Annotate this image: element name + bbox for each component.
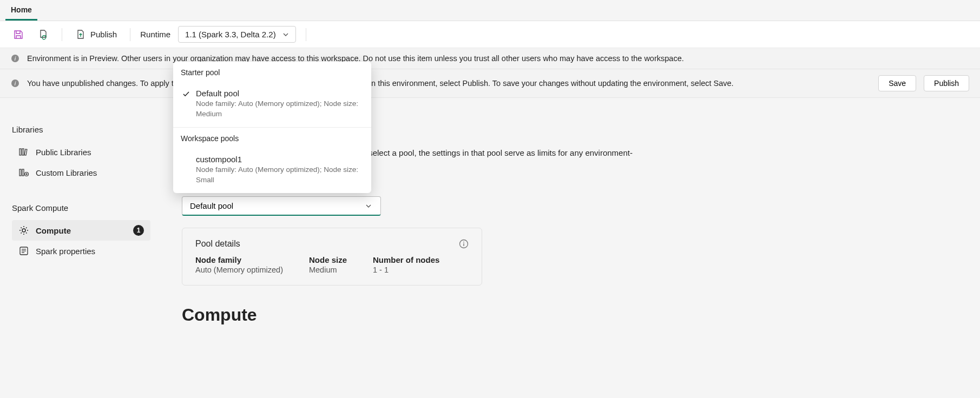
sidebar-section-spark-compute: Spark Compute [12, 203, 150, 213]
compute-section-heading: Compute [182, 305, 961, 325]
node-family-value: Auto (Memory optimized) [195, 266, 283, 274]
info-icon: i [11, 79, 19, 88]
runtime-label: Runtime [140, 30, 170, 39]
ribbon-tabs: Home [0, 0, 980, 21]
pool-details-title: Pool details [195, 239, 240, 249]
chevron-down-icon [282, 31, 289, 38]
toolbar: Publish Runtime 1.1 (Spark 3.3, Delta 2.… [0, 21, 980, 48]
info-icon: i [11, 54, 19, 63]
pool-details-card: Pool details Node family Auto (Memory op… [182, 228, 482, 286]
svg-rect-17 [463, 243, 464, 246]
dropdown-option-body: Default pool Node family: Auto (Memory o… [196, 89, 364, 120]
svg-rect-5 [22, 149, 24, 155]
publish-icon [75, 29, 86, 40]
compute-badge: 1 [133, 225, 144, 236]
unpublished-banner: i You have unpublished changes. To apply… [0, 69, 980, 98]
node-size-value: Medium [309, 266, 347, 274]
save-icon-button[interactable] [10, 27, 27, 42]
custom-libraries-icon [18, 167, 29, 178]
public-libraries-icon [18, 147, 29, 157]
publish-banner-button[interactable]: Publish [924, 75, 969, 91]
save-button[interactable]: Save [878, 75, 916, 91]
num-nodes-value: 1 - 1 [373, 266, 439, 274]
dropdown-option-custompool1[interactable]: custompool1 Node family: Auto (Memory op… [173, 149, 371, 193]
dropdown-group-workspace-pools: Workspace pools [173, 128, 371, 149]
separator [130, 28, 130, 41]
sidebar-item-custom-libraries[interactable]: Custom Libraries [12, 162, 150, 183]
dropdown-option-default-pool[interactable]: Default pool Node family: Auto (Memory o… [173, 83, 371, 128]
dropdown-group-starter-pool: Starter pool [173, 62, 371, 83]
pool-dropdown-menu: Starter pool Default pool Node family: A… [173, 62, 371, 193]
main-panel: uration Spark job definitions in this en… [162, 98, 980, 336]
node-size-label: Node size [309, 255, 347, 264]
sidebar-item-compute[interactable]: Compute 1 [12, 220, 150, 241]
unpublished-banner-text: You have unpublished changes. To apply t… [27, 79, 734, 88]
separator [62, 28, 62, 41]
pool-dropdown-wrapper: Starter pool Default pool Node family: A… [182, 196, 961, 216]
tab-home[interactable]: Home [5, 2, 37, 21]
separator [306, 28, 306, 41]
pool-details-title-row: Pool details [195, 239, 469, 249]
svg-point-16 [463, 241, 464, 242]
dropdown-option-subtitle: Node family: Auto (Memory optimized); No… [196, 165, 364, 185]
checkmark-placeholder [181, 155, 192, 185]
content-area: Libraries Public Libraries Custom Librar… [0, 98, 980, 336]
document-refresh-icon [38, 29, 49, 40]
pool-details-row: Node family Auto (Memory optimized) Node… [195, 255, 469, 274]
sidebar-item-label: Spark properties [36, 247, 95, 256]
dropdown-option-subtitle: Node family: Auto (Memory optimized); No… [196, 99, 364, 120]
num-nodes-label: Number of nodes [373, 255, 439, 264]
runtime-dropdown[interactable]: 1.1 (Spark 3.3, Delta 2.2) [178, 26, 296, 43]
publish-button[interactable]: Publish [72, 27, 120, 42]
refresh-icon-button[interactable] [35, 27, 52, 42]
dropdown-option-body: custompool1 Node family: Auto (Memory op… [196, 155, 364, 185]
node-family-label: Node family [195, 255, 283, 264]
runtime-dropdown-value: 1.1 (Spark 3.3, Delta 2.2) [185, 30, 276, 39]
svg-rect-4 [19, 149, 21, 155]
pool-detail-node-family: Node family Auto (Memory optimized) [195, 255, 283, 274]
svg-point-10 [22, 229, 25, 232]
sidebar-section-libraries: Libraries [12, 125, 150, 134]
sidebar-item-label: Custom Libraries [36, 168, 97, 177]
sidebar-item-label: Public Libraries [36, 148, 91, 157]
sidebar: Libraries Public Libraries Custom Librar… [0, 98, 162, 336]
floppy-icon [13, 29, 24, 40]
sidebar-item-label: Compute [36, 226, 71, 235]
svg-rect-6 [24, 149, 27, 155]
pool-dropdown-input[interactable] [182, 196, 381, 216]
pool-detail-node-size: Node size Medium [309, 255, 347, 274]
gear-icon [18, 225, 29, 236]
publish-button-label: Publish [90, 30, 117, 39]
info-icon[interactable] [459, 239, 469, 249]
dropdown-option-title: Default pool [196, 89, 364, 98]
svg-rect-8 [22, 169, 24, 176]
checkmark-icon [181, 89, 192, 120]
dropdown-option-title: custompool1 [196, 155, 364, 164]
sidebar-item-public-libraries[interactable]: Public Libraries [12, 142, 150, 162]
svg-rect-7 [19, 169, 21, 176]
sidebar-item-spark-properties[interactable]: Spark properties [12, 241, 150, 261]
preview-banner: i Environment is in Preview. Other users… [0, 48, 980, 69]
properties-icon [18, 246, 29, 256]
pool-detail-num-nodes: Number of nodes 1 - 1 [373, 255, 439, 274]
